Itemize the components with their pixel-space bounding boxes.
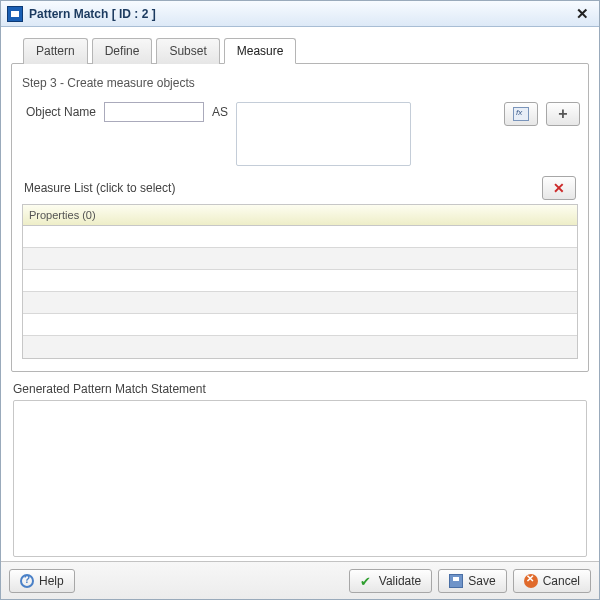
delete-icon: ✕ <box>553 180 565 196</box>
as-label: AS <box>212 102 228 119</box>
tab-subset[interactable]: Subset <box>156 38 219 64</box>
grid-row[interactable] <box>23 314 577 336</box>
tab-pattern[interactable]: Pattern <box>23 38 88 64</box>
object-name-input[interactable] <box>104 102 204 122</box>
save-button[interactable]: Save <box>438 569 506 593</box>
measure-list-header: Measure List (click to select) ✕ <box>24 176 576 200</box>
save-icon <box>449 574 463 588</box>
object-form-row: Object Name AS + <box>26 102 580 166</box>
expression-builder-button[interactable] <box>504 102 538 126</box>
grid-row[interactable] <box>23 248 577 270</box>
grid-column-header[interactable]: Properties (0) <box>23 205 577 226</box>
validate-button-label: Validate <box>379 574 421 588</box>
footer: Help Validate Save Cancel <box>1 561 599 599</box>
grid-row[interactable] <box>23 226 577 248</box>
add-button[interactable]: + <box>546 102 580 126</box>
measure-grid[interactable]: Properties (0) <box>22 204 578 359</box>
check-icon <box>360 574 374 588</box>
pattern-match-dialog: Pattern Match [ ID : 2 ] ✕ Pattern Defin… <box>0 0 600 600</box>
measure-list-label: Measure List (click to select) <box>24 181 542 195</box>
save-button-label: Save <box>468 574 495 588</box>
grid-row[interactable] <box>23 270 577 292</box>
tab-strip: Pattern Define Subset Measure <box>11 37 589 63</box>
generated-statement-area[interactable] <box>13 400 587 557</box>
delete-button[interactable]: ✕ <box>542 176 576 200</box>
object-name-label: Object Name <box>26 102 96 119</box>
help-button-label: Help <box>39 574 64 588</box>
close-icon[interactable]: ✕ <box>572 5 593 23</box>
tab-define[interactable]: Define <box>92 38 153 64</box>
cancel-button-label: Cancel <box>543 574 580 588</box>
app-icon <box>7 6 23 22</box>
tab-measure[interactable]: Measure <box>224 38 297 64</box>
help-button[interactable]: Help <box>9 569 75 593</box>
grid-row[interactable] <box>23 336 577 358</box>
cancel-button[interactable]: Cancel <box>513 569 591 593</box>
grid-row[interactable] <box>23 292 577 314</box>
step-title: Step 3 - Create measure objects <box>22 76 580 90</box>
dialog-body: Pattern Define Subset Measure Step 3 - C… <box>1 27 599 561</box>
generated-label: Generated Pattern Match Statement <box>13 382 587 396</box>
plus-icon: + <box>558 106 567 122</box>
window-title: Pattern Match [ ID : 2 ] <box>29 7 572 21</box>
validate-button[interactable]: Validate <box>349 569 432 593</box>
help-icon <box>20 574 34 588</box>
as-expression-input[interactable] <box>236 102 411 166</box>
measure-panel: Step 3 - Create measure objects Object N… <box>11 63 589 372</box>
fx-icon <box>513 107 529 121</box>
cancel-icon <box>524 574 538 588</box>
titlebar: Pattern Match [ ID : 2 ] ✕ <box>1 1 599 27</box>
